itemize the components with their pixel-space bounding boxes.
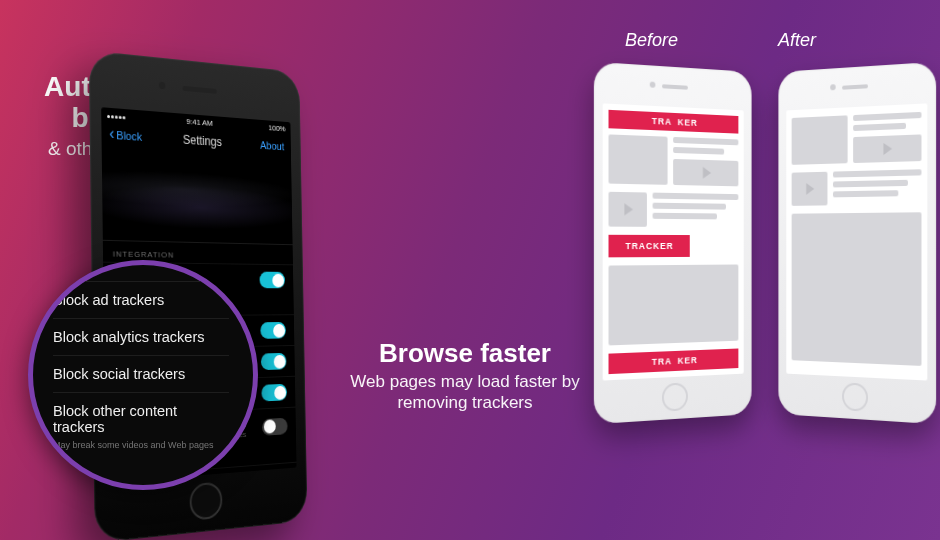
wireframe-line (653, 203, 726, 210)
wireframe-line (673, 147, 724, 155)
signal-icon (107, 111, 126, 122)
toggle-safari[interactable] (259, 272, 285, 289)
headline-center-sub: Web pages may load faster by removing tr… (350, 371, 580, 414)
tracker-banner-top: TRAKER (609, 110, 739, 134)
tracker-banner-bottom: TRAKER (609, 348, 739, 374)
headline-center: Browse faster Web pages may load faster … (350, 338, 580, 414)
wireframe-line (653, 213, 717, 220)
toggle-block-other[interactable] (262, 417, 288, 435)
wireframe-block (792, 212, 922, 366)
play-icon (792, 172, 828, 206)
phone-after (778, 62, 936, 424)
before-label: Before (625, 30, 678, 51)
toggle-block-social[interactable] (261, 384, 287, 402)
magnifier-row-ad: Block ad trackers (53, 281, 229, 318)
magnifier-row-other: Block other content trackers May break s… (53, 392, 229, 461)
wireframe-block (609, 264, 739, 345)
after-screen (786, 103, 927, 380)
home-button[interactable] (842, 382, 868, 411)
toggle-block-analytics[interactable] (261, 353, 287, 370)
play-icon (853, 134, 921, 163)
magnifier-row-social: Block social trackers (53, 355, 229, 392)
nav-title: Settings (183, 133, 222, 150)
headline-center-title: Browse faster (350, 338, 580, 369)
phone-before: TRAKER TRACKER TRAKER (594, 62, 752, 424)
tracker-banner-mid: TRACKER (609, 235, 690, 258)
magnifier-row-analytics: Block analytics trackers (53, 318, 229, 355)
status-time: 9:41 AM (186, 117, 212, 128)
waveform-graphic (102, 150, 293, 246)
wireframe-line (853, 112, 921, 121)
wireframe-line (833, 190, 898, 197)
toggle-block-ad[interactable] (260, 322, 286, 339)
before-screen: TRAKER TRACKER TRAKER (603, 103, 744, 380)
phone-camera (159, 82, 166, 90)
before-after-labels: Before After (625, 30, 925, 51)
wireframe-line (673, 137, 738, 145)
wireframe-line (853, 123, 906, 131)
magnifier-callout: PRIVACY Block ad trackers Block analytic… (28, 260, 258, 490)
back-button[interactable]: Block (109, 128, 142, 143)
after-label: After (778, 30, 816, 51)
wireframe-block (792, 115, 848, 165)
wireframe-line (833, 169, 922, 177)
play-icon (609, 192, 647, 227)
wireframe-block (609, 134, 668, 184)
wireframe-line (833, 180, 908, 188)
status-battery: 100% (268, 123, 285, 133)
play-icon (673, 159, 738, 186)
phone-camera (650, 82, 656, 88)
wireframe-line (653, 193, 739, 200)
promo-canvas: Automatically block ads & other Web trac… (0, 0, 940, 540)
about-link[interactable]: About (260, 139, 284, 152)
